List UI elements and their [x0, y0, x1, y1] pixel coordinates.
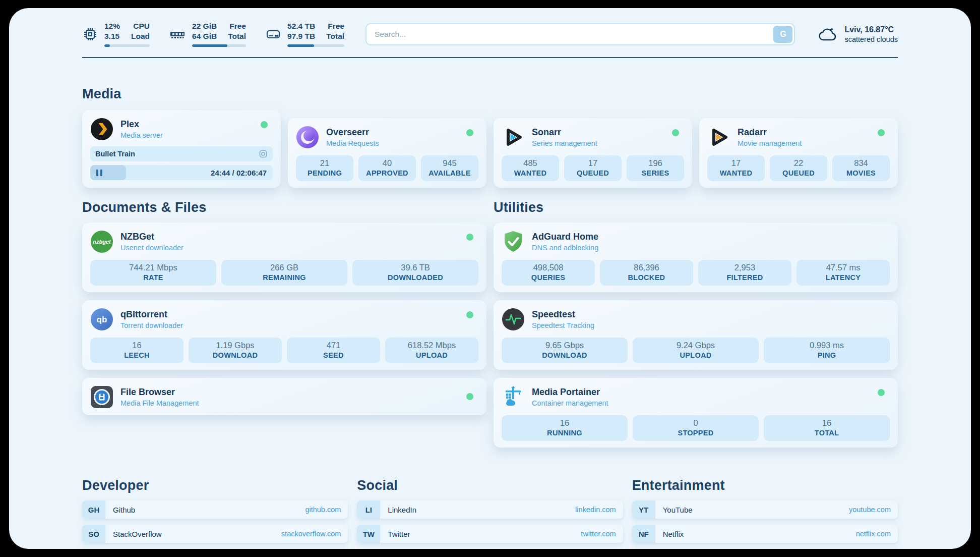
pause-icon[interactable]: [96, 170, 102, 176]
nzbget-card[interactable]: nzbget NZBGet Usenet downloader 744.21 M…: [82, 222, 486, 292]
stat-leech: 16 LEECH: [90, 338, 183, 363]
app-name: Media Portainer: [532, 387, 608, 398]
adguard-card[interactable]: AdGuard Home DNS and adblocking 498,508 …: [494, 222, 898, 292]
app-name: qBittorrent: [120, 309, 183, 320]
weather-widget[interactable]: Lviv, 16.87°C scattered clouds: [816, 24, 898, 44]
filebrowser-card[interactable]: File Browser Media File Management: [82, 378, 486, 415]
stat-upload: 9.24 Gbps UPLOAD: [633, 338, 759, 363]
adguard-icon: [502, 230, 525, 253]
stat-wanted: 485 WANTED: [502, 155, 559, 181]
app-desc: Series management: [532, 139, 597, 147]
ram-stat-group: 22 GiB 64 GiB Free Total: [169, 21, 246, 47]
link-name: StackOverflow: [113, 530, 162, 538]
link-youtube[interactable]: YT YouTube youtube.com: [632, 500, 898, 519]
weather-condition: scattered clouds: [844, 35, 898, 43]
stat-approved: 40 APPROVED: [358, 155, 416, 181]
link-linkedin[interactable]: LI LinkedIn linkedin.com: [357, 500, 623, 519]
stat-blocked: 86,396 BLOCKED: [600, 260, 693, 286]
app-desc: Media server: [120, 131, 163, 139]
nzbget-icon: nzbget: [90, 230, 113, 253]
now-playing-row: Bullet Train: [90, 146, 273, 161]
link-netflix[interactable]: NF Netflix netflix.com: [632, 525, 898, 543]
ram-total-label: Total: [228, 31, 246, 41]
speedtest-card[interactable]: Speedtest Speedtest Tracking 9.65 Gbps D…: [494, 300, 898, 370]
disk-progress-bar: [287, 44, 344, 47]
stat-rate: 744.21 Mbps RATE: [90, 260, 216, 286]
playback-progress-bar: 24:44 / 02:06:47: [90, 165, 273, 180]
app-name: Speedtest: [532, 309, 594, 320]
app-name: Sonarr: [532, 127, 597, 138]
link-github[interactable]: GH Github github.com: [82, 500, 348, 519]
overseerr-card[interactable]: Overseerr Media Requests 21 PENDING 40 A…: [288, 118, 486, 188]
entertainment-column: Entertainment YT YouTube youtube.com NF …: [632, 478, 898, 549]
stat-upload: 618.52 Mbps UPLOAD: [385, 338, 478, 363]
app-desc: Media File Management: [120, 399, 199, 407]
stat-remaining: 266 GB REMAINING: [221, 260, 347, 286]
sonarr-card[interactable]: Sonarr Series management 485 WANTED 17 Q…: [494, 118, 692, 188]
link-name: LinkedIn: [388, 506, 416, 514]
stat-running: 16 RUNNING: [502, 415, 628, 441]
link-abbr: SO: [82, 525, 105, 543]
radarr-card[interactable]: Radarr Movie management 17 WANTED 22 QUE…: [699, 118, 898, 188]
link-url: github.com: [305, 506, 341, 514]
stat-stopped: 0 STOPPED: [633, 415, 759, 441]
stat-downloaded: 39.6 TB DOWNLOADED: [352, 260, 478, 286]
app-desc: Container management: [532, 399, 608, 407]
plex-card[interactable]: Plex Media server Bullet Train 24:44 / 0…: [82, 110, 281, 188]
plex-icon: [90, 118, 113, 141]
app-desc: Usenet downloader: [120, 244, 183, 252]
disk-icon: [265, 26, 281, 42]
search-bar: G: [365, 23, 795, 45]
link-url: stackoverflow.com: [281, 530, 341, 538]
qbittorrent-card[interactable]: qb qBittorrent Torrent downloader 16 LEE…: [82, 300, 486, 370]
portainer-card[interactable]: Media Portainer Container management 16 …: [494, 378, 898, 448]
sonarr-icon: [502, 126, 525, 149]
link-twitter[interactable]: TW Twitter twitter.com: [357, 525, 623, 543]
section-title-media: Media: [82, 86, 898, 102]
cpu-load-label: Load: [131, 31, 150, 41]
stat-download: 1.19 Gbps DOWNLOAD: [189, 338, 282, 363]
now-playing-title: Bullet Train: [95, 150, 135, 158]
cpu-stat-group: 12% 3.15 CPU Load: [82, 21, 150, 47]
system-stats: 12% 3.15 CPU Load: [82, 21, 344, 47]
section-title-utilities: Utilities: [494, 200, 898, 215]
cpu-icon: [82, 26, 98, 42]
stat-queued: 22 QUEUED: [770, 155, 827, 181]
stat-queued: 17 QUEUED: [564, 155, 622, 181]
media-grid: Plex Media server Bullet Train 24:44 / 0…: [82, 110, 898, 188]
search-provider-button[interactable]: G: [773, 26, 792, 43]
section-title-developer: Developer: [82, 478, 348, 493]
app-desc: Torrent downloader: [120, 321, 183, 329]
stat-download: 9.65 Gbps DOWNLOAD: [502, 338, 628, 363]
qbittorrent-icon: qb: [90, 308, 113, 331]
app-desc: Media Requests: [326, 139, 379, 147]
search-input[interactable]: [365, 23, 795, 45]
ram-total-value: 64 GiB: [192, 31, 217, 41]
stat-queries: 498,508 QUERIES: [502, 260, 595, 286]
section-title-entertainment: Entertainment: [632, 478, 898, 493]
dashboard-page: 12% 3.15 CPU Load: [9, 8, 971, 549]
video-camera-icon: [259, 149, 268, 158]
app-name: Radarr: [738, 127, 802, 138]
link-stackoverflow[interactable]: SO StackOverflow stackoverflow.com: [82, 525, 348, 543]
utilities-column: Utilities AdGuard Home DNS and adblockin…: [494, 200, 898, 448]
stat-filtered: 2,953 FILTERED: [698, 260, 791, 286]
link-name: Twitter: [388, 530, 410, 538]
app-desc: Speedtest Tracking: [532, 321, 594, 329]
two-column-area: Documents & Files nzbget NZBGet Usenet d…: [82, 200, 898, 448]
disk-total-label: Total: [326, 31, 344, 41]
link-url: youtube.com: [849, 506, 891, 514]
speedtest-icon: [502, 308, 525, 331]
developer-column: Developer GH Github github.com SO StackO…: [82, 478, 348, 549]
app-name: Overseerr: [326, 127, 379, 138]
svg-text:qb: qb: [97, 315, 107, 324]
documents-column: Documents & Files nzbget NZBGet Usenet d…: [82, 200, 486, 448]
link-abbr: YT: [632, 500, 655, 519]
overseerr-icon: [296, 126, 319, 149]
cpu-load-value: 3.15: [104, 31, 120, 41]
topbar-divider: [82, 57, 898, 58]
disk-free-value: 52.4 TB: [287, 21, 315, 31]
link-name: Netflix: [663, 530, 684, 538]
link-url: netflix.com: [856, 530, 891, 538]
filebrowser-icon: [90, 385, 113, 409]
